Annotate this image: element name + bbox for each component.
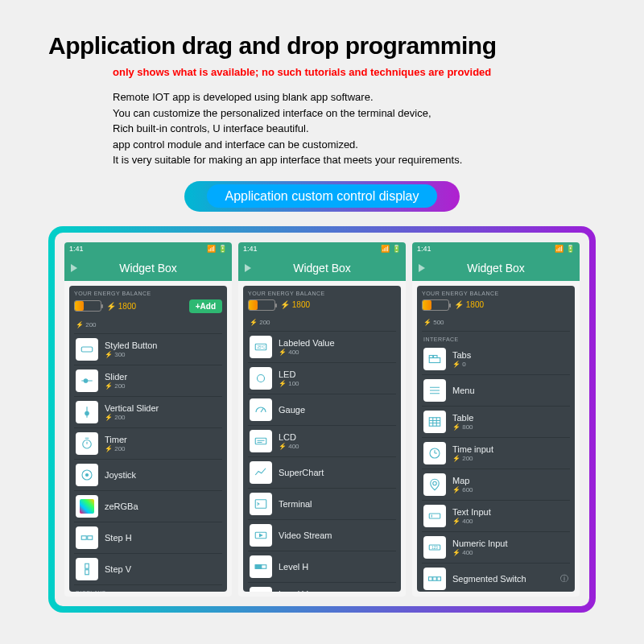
widget-name: Styled Button [105,341,221,350]
widget-row[interactable]: Vertical Slider ⚡ 200 [74,397,222,428]
widget-row[interactable]: Timer ⚡ 200 [74,428,222,460]
widget-panel[interactable]: YOUR ENERGY BALANCE ⚡ 1800 ⚡ 200 25°C La… [243,286,401,592]
svg-rect-20 [255,438,266,444]
widget-row[interactable]: SuperChart [248,457,396,489]
svg-text:25°C: 25°C [258,345,266,349]
widget-row[interactable]: 123 Numeric Input ⚡ 400 [422,532,570,564]
gauge-icon [250,398,272,421]
steph-icon [76,526,98,549]
widget-row[interactable]: Text Input ⚡ 400 [422,501,570,532]
widget-cost: ⚡ 200 [452,455,568,462]
status-time: 1:41 [243,245,258,253]
balance-row: ⚡ 1800 +Add [74,299,222,313]
text-icon [423,505,446,527]
widget-text: SuperChart [279,468,394,477]
widget-name: Segmented Switch [452,574,554,584]
showcase-frame: 1:41 📶 🔋 Widget Box YOUR ENERGY BALANCE … [48,226,596,613]
widget-row[interactable]: Slider ⚡ 200 [74,365,222,397]
page-title: Application drag and drop programming [48,32,596,60]
svg-rect-0 [81,347,93,352]
add-button[interactable]: +Add [189,299,222,313]
numeric-icon: 123 [423,536,446,559]
screen-title: Widget Box [119,262,177,275]
widget-cost: ⚡ 300 [105,351,221,358]
widget-name: SuperChart [279,468,394,477]
balance-amount: ⚡ 1800 [106,302,136,311]
widget-row[interactable]: LED ⚡ 100 [248,363,396,394]
battery-icon [422,299,449,311]
widget-cost: ⚡ 400 [279,443,394,450]
screen-title-bar: Widget Box [412,255,580,281]
widget-row[interactable]: Time input ⚡ 200 [422,438,570,469]
widget-row[interactable]: Step V [74,554,222,585]
widget-row[interactable]: Terminal [248,489,396,520]
widget-text: Terminal [279,499,394,509]
chevron-icon: ⓘ [560,573,568,584]
widget-row[interactable]: LCD ⚡ 400 [248,426,396,457]
widget-name: Text Input [452,507,568,517]
svg-rect-36 [429,417,440,426]
widget-cost: ⚡ 200 [105,414,221,421]
svg-rect-51 [437,576,441,580]
zebra-icon [76,495,98,518]
svg-rect-49 [429,576,433,580]
svg-point-44 [433,481,437,485]
status-signal-icon: 📶 🔋 [207,245,227,253]
joystick-icon [76,464,98,486]
vslider-icon [76,401,98,423]
widget-cost: ⚡ 400 [452,549,568,556]
section-label: INTERFACE [423,336,570,342]
widget-row[interactable]: Menu [422,375,570,407]
widget-row[interactable]: Level H [248,551,396,583]
widget-text: Numeric Input ⚡ 400 [452,539,568,556]
play-icon[interactable] [419,264,425,272]
play-icon[interactable] [71,264,77,272]
segment-icon [423,568,446,590]
balance-label: YOUR ENERGY BALANCE [422,291,570,296]
widget-text: Labeled Value ⚡ 400 [279,338,394,356]
widget-text: Slider ⚡ 200 [105,372,221,390]
balance-label: YOUR ENERGY BALANCE [248,291,396,296]
time-icon [423,442,446,464]
status-signal-icon: 📶 🔋 [555,245,575,253]
widget-row[interactable]: Level V ⚡ 200 [248,583,396,592]
widget-text: Step V [105,564,221,574]
widget-text: Step H [105,533,221,543]
widget-text: Gauge [279,405,394,415]
widget-name: Map [452,476,568,485]
phone-screen-1: 1:41 📶 🔋 Widget Box YOUR ENERGY BALANCE … [64,242,232,597]
widget-panel[interactable]: YOUR ENERGY BALANCE ⚡ 1800 ⚡ 500INTERFAC… [417,286,575,592]
widget-name: Step V [105,564,221,574]
widget-row[interactable]: Video Stream [248,520,396,551]
svg-point-2 [84,378,88,382]
widget-name: Terminal [279,499,394,509]
widget-row[interactable]: Step H [74,522,222,554]
widget-row[interactable]: Map ⚡ 600 [422,469,570,501]
widget-name: Slider [105,372,221,382]
timer-icon [76,432,98,455]
widget-row[interactable]: Tabs ⚡ 0 [422,344,570,375]
prev-widget-cost: ⚡ 200 [74,320,222,334]
status-bar: 1:41 📶 🔋 [64,242,232,255]
map-icon [423,473,446,496]
widget-row[interactable]: 25°C Labeled Value ⚡ 400 [248,332,396,363]
widget-panel[interactable]: YOUR ENERGY BALANCE ⚡ 1800 +Add ⚡ 200 St… [69,286,227,592]
play-icon[interactable] [245,264,251,272]
screen-title-bar: Widget Box [64,255,232,281]
status-time: 1:41 [417,245,431,253]
terminal-icon [250,493,272,515]
widget-name: Joystick [105,470,221,480]
levelv-icon [250,587,272,592]
phone-screen-3: 1:41 📶 🔋 Widget Box YOUR ENERGY BALANCE … [412,242,580,597]
widget-row[interactable]: Table ⚡ 800 [422,407,570,438]
svg-rect-11 [88,535,93,539]
widget-cost: ⚡ 400 [279,349,394,356]
widget-text: Segmented Switch [452,574,554,584]
balance-label: YOUR ENERGY BALANCE [74,291,222,296]
svg-point-18 [258,374,265,382]
widget-row[interactable]: Gauge [248,394,396,426]
widget-row[interactable]: zeRGBa [74,491,222,522]
widget-row[interactable]: Styled Button ⚡ 300 [74,334,222,365]
widget-row[interactable]: Joystick [74,460,222,491]
widget-row[interactable]: Segmented Switch ⓘ [422,564,570,592]
